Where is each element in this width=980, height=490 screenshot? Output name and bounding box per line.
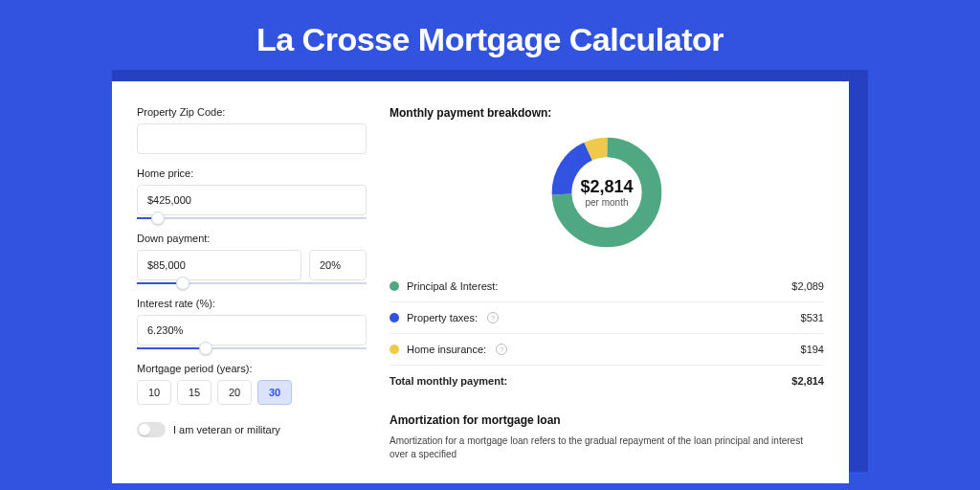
period-field: Mortgage period (years): 10 15 20 30 bbox=[137, 363, 367, 405]
amortization-section: Amortization for mortgage loan Amortizat… bbox=[390, 413, 824, 461]
donut-chart-wrap: $2,814 per month bbox=[390, 133, 824, 252]
breakdown-value: $531 bbox=[801, 312, 824, 323]
down-payment-input[interactable] bbox=[137, 250, 301, 280]
breakdown-label: Property taxes: bbox=[407, 312, 478, 323]
info-icon[interactable]: ? bbox=[487, 312, 499, 323]
breakdown-row-total: Total monthly payment: $2,814 bbox=[390, 366, 824, 396]
period-button-15[interactable]: 15 bbox=[177, 380, 212, 405]
veteran-label: I am veteran or military bbox=[173, 424, 280, 435]
interest-rate-input[interactable] bbox=[137, 315, 367, 345]
donut-sub: per month bbox=[585, 197, 628, 208]
breakdown-row-principal: Principal & Interest: $2,089 bbox=[390, 271, 824, 302]
period-button-20[interactable]: 20 bbox=[217, 380, 252, 405]
interest-rate-slider[interactable] bbox=[137, 347, 367, 349]
total-label: Total monthly payment: bbox=[390, 375, 507, 387]
down-payment-field: Down payment: bbox=[137, 233, 367, 284]
amortization-text: Amortization for a mortgage loan refers … bbox=[390, 434, 824, 461]
slider-thumb[interactable] bbox=[176, 277, 189, 290]
veteran-toggle[interactable] bbox=[137, 422, 166, 437]
down-payment-pct-input[interactable] bbox=[309, 250, 367, 280]
breakdown-title: Monthly payment breakdown: bbox=[390, 106, 824, 120]
zip-label: Property Zip Code: bbox=[137, 106, 367, 118]
calculator-card: Property Zip Code: Home price: Down paym… bbox=[112, 81, 849, 483]
donut-chart: $2,814 per month bbox=[547, 133, 666, 252]
period-label: Mortgage period (years): bbox=[137, 363, 367, 374]
slider-fill bbox=[137, 347, 206, 349]
card-shadow: Property Zip Code: Home price: Down paym… bbox=[112, 70, 868, 472]
breakdown-label: Principal & Interest: bbox=[407, 280, 498, 292]
slider-thumb[interactable] bbox=[151, 212, 165, 225]
donut-center: $2,814 per month bbox=[547, 133, 666, 252]
dot-icon bbox=[390, 313, 399, 323]
dot-icon bbox=[390, 345, 399, 354]
home-price-field: Home price: bbox=[137, 167, 367, 219]
breakdown-value: $194 bbox=[801, 344, 824, 355]
home-price-slider[interactable] bbox=[137, 217, 367, 219]
zip-input[interactable] bbox=[137, 123, 367, 154]
period-button-30[interactable]: 30 bbox=[257, 380, 292, 405]
amortization-title: Amortization for mortgage loan bbox=[390, 413, 824, 427]
breakdown-value: $2,089 bbox=[791, 280, 824, 292]
period-button-10[interactable]: 10 bbox=[137, 380, 171, 405]
period-row: 10 15 20 30 bbox=[137, 380, 367, 405]
breakdown-row-taxes: Property taxes: ? $531 bbox=[390, 302, 824, 334]
breakdown-panel: Monthly payment breakdown: $2,814 per mo… bbox=[390, 106, 824, 483]
home-price-input[interactable] bbox=[137, 185, 367, 215]
page-title: La Crosse Mortgage Calculator bbox=[0, 0, 980, 70]
down-payment-slider[interactable] bbox=[137, 282, 367, 284]
zip-field: Property Zip Code: bbox=[137, 106, 367, 154]
form-panel: Property Zip Code: Home price: Down paym… bbox=[137, 106, 367, 483]
slider-thumb[interactable] bbox=[199, 342, 212, 355]
dot-icon bbox=[390, 281, 399, 291]
info-icon[interactable]: ? bbox=[496, 344, 507, 355]
toggle-knob bbox=[139, 424, 150, 435]
home-price-label: Home price: bbox=[137, 167, 367, 179]
total-value: $2,814 bbox=[791, 375, 824, 387]
veteran-toggle-row: I am veteran or military bbox=[137, 422, 367, 437]
interest-rate-field: Interest rate (%): bbox=[137, 298, 367, 349]
breakdown-label: Home insurance: bbox=[407, 344, 486, 355]
breakdown-row-insurance: Home insurance: ? $194 bbox=[390, 334, 824, 366]
down-payment-label: Down payment: bbox=[137, 233, 367, 244]
donut-amount: $2,814 bbox=[580, 177, 633, 197]
interest-rate-label: Interest rate (%): bbox=[137, 298, 367, 309]
